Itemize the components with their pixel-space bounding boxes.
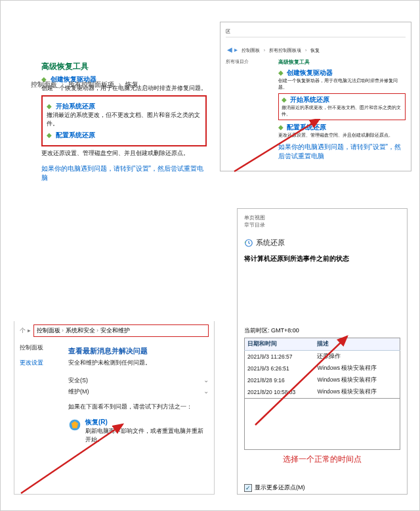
cell-date: 2021/8/28 9:16: [245, 374, 315, 386]
option-desc: 撤消最近的系统更改，但不更改文档、图片和音乐之类的文件。: [47, 111, 201, 128]
table-empty-area: [244, 399, 400, 450]
nav-arrow-icon[interactable]: ◀ ▸: [227, 46, 238, 53]
recovery-desc: 刷新电脑而不影响文件，或者重置电脑并重新开始。: [85, 427, 209, 444]
chevron-down-icon[interactable]: ⌄: [203, 388, 209, 395]
breadcrumb-item[interactable]: 恢复: [125, 81, 138, 88]
system-restore-link[interactable]: 开始系统还原: [56, 102, 95, 110]
table-header-row: 日期和时间 描述: [245, 338, 400, 351]
table-row[interactable]: 2021/8/28 9:16Windows 模块安装程序: [245, 374, 400, 386]
shield-icon: ◆: [278, 69, 284, 76]
configure-restore-link[interactable]: 配置系统还原: [56, 131, 95, 139]
cell-desc: Windows 模块安装程序: [314, 374, 400, 386]
help-text: 如果在下面看不到问题，请尝试下列方法之一：: [68, 403, 209, 411]
cell-desc: 还原操作: [314, 351, 400, 363]
cell-date: 2021/9/3 6:26:51: [245, 363, 315, 374]
system-restore-dialog: 单页视图 章节目录 系统还原 将计算机还原到所选事件之前的状态 当前时区: GM…: [237, 208, 408, 495]
highlight-box: 控制面板 › 系统和安全 › 安全和维护: [33, 324, 209, 337]
section-title: 高级恢复工具: [41, 61, 207, 72]
checkbox-icon[interactable]: ✓: [244, 484, 252, 492]
section-title: 高级恢复工具: [278, 58, 406, 66]
breadcrumb-item[interactable]: 系统和安全: [66, 327, 95, 334]
security-maintenance-panel: 个 ▸ 控制面板 › 系统和安全 › 安全和维护 控制面板 更改设置 查看最新消…: [14, 321, 215, 495]
sidebar-item[interactable]: 更改设置: [20, 359, 62, 367]
sidebar-label: 所有项目介: [226, 58, 260, 65]
highlight-box: ◆ 开始系统还原 撤消最近的系统更改，但不更改文档、图片和音乐之类的文件。: [278, 93, 406, 120]
dialog-title-row: 系统还原: [244, 238, 400, 248]
cell-desc: Windows 模块安装程序: [314, 386, 400, 399]
shield-icon: ◆: [47, 131, 52, 139]
reset-pc-link[interactable]: 如果你的电脑遇到问题，请转到"设置"，然后尝试重置电脑: [41, 165, 203, 181]
nav-back-icon[interactable]: 个 ▸: [20, 326, 31, 335]
cell-date: 2021/9/3 11:26:57: [245, 351, 315, 363]
chevron-right-icon: ›: [119, 81, 121, 88]
breadcrumb: 控制面板 › 所有控制面板项 › 恢复: [30, 78, 140, 91]
configure-restore-link[interactable]: 配置系统还原: [287, 123, 326, 131]
col-date[interactable]: 日期和时间: [245, 338, 315, 351]
status-text: 安全和维护未检测到任何问题。: [68, 359, 209, 367]
option-desc: 更改还原设置、管理磁盘空间、并且创建或删除还原点。: [278, 132, 406, 139]
sidebar-item[interactable]: 控制面板: [20, 344, 62, 352]
cell-date: 2021/8/20 10:58:03: [245, 386, 315, 399]
breadcrumb-item[interactable]: 恢复: [310, 48, 320, 53]
cell-desc: Windows 模块安装程序: [314, 363, 400, 374]
timezone-label: 当前时区: GMT+8:00: [244, 326, 400, 335]
recovery-link[interactable]: 恢复(R): [85, 418, 209, 427]
breadcrumb-item[interactable]: 所有控制面板项: [68, 81, 114, 88]
chevron-right-icon: ›: [62, 81, 64, 88]
expand-maintenance[interactable]: 维护(M): [68, 388, 89, 395]
nav-label: 章节目录: [244, 221, 400, 229]
option-desc: 撤消最近的系统更改，但不更改文档、图片和音乐之类的文件。: [282, 104, 402, 118]
dialog-subtitle: 将计算机还原到所选事件之前的状态: [244, 254, 400, 263]
breadcrumb-item[interactable]: 控制面板: [31, 81, 57, 88]
checkbox-label: 显示更多还原点(M): [255, 483, 305, 492]
breadcrumb-item[interactable]: 控制面板: [242, 48, 260, 53]
shield-icon: ◆: [282, 96, 287, 103]
create-recovery-drive-link[interactable]: 创建恢复驱动器: [287, 69, 333, 76]
breadcrumb: ◀ ▸ 控制面板 › 所有控制面板项 › 恢复: [226, 44, 406, 56]
restore-points-table[interactable]: 日期和时间 描述 2021/9/3 11:26:57还原操作2021/9/3 6…: [244, 338, 400, 399]
section-title: 查看最新消息并解决问题: [68, 346, 209, 356]
option-desc: 创建一个恢复驱动器，用于在电脑无法启动时排查并修复问题。: [278, 78, 406, 91]
expand-security[interactable]: 安全(S): [68, 377, 88, 384]
table-row[interactable]: 2021/9/3 6:26:51Windows 模块安装程序: [245, 363, 400, 374]
table-row[interactable]: 2021/8/20 10:58:03Windows 模块安装程序: [245, 386, 400, 399]
system-restore-link[interactable]: 开始系统还原: [290, 96, 329, 103]
tab-label: 区: [226, 26, 406, 37]
show-more-checkbox-row[interactable]: ✓ 显示更多还原点(M): [244, 483, 400, 492]
chevron-down-icon[interactable]: ⌄: [203, 376, 209, 384]
option-desc: 更改还原设置、管理磁盘空间、并且创建或删除还原点。: [41, 149, 207, 158]
highlight-box: ◆ 开始系统还原 撤消最近的系统更改，但不更改文档、图片和音乐之类的文件。 ◆ …: [41, 95, 207, 146]
main-content: 查看最新消息并解决问题 安全和维护未检测到任何问题。 安全(S) ⌄ 维护(M)…: [68, 337, 209, 444]
reset-pc-link[interactable]: 如果你的电脑遇到问题，请转到"设置"，然后尝试重置电脑: [278, 143, 401, 160]
shield-icon: ◆: [278, 123, 284, 131]
annotation-text: 选择一个正常的时间点: [244, 454, 400, 465]
recovery-shield-icon: [68, 418, 81, 432]
breadcrumb-item[interactable]: 控制面板: [37, 327, 60, 334]
table-row[interactable]: 2021/9/3 11:26:57还原操作: [245, 351, 400, 363]
col-desc[interactable]: 描述: [314, 338, 400, 351]
restore-icon: [244, 238, 253, 248]
dialog-title: 系统还原: [256, 238, 285, 248]
breadcrumb-item[interactable]: 安全和维护: [100, 327, 130, 334]
breadcrumb-item[interactable]: 所有控制面板项: [269, 48, 301, 53]
recovery-panel-large: 控制面板 › 所有控制面板项 › 恢复 高级恢复工具 ◆ 创建恢复驱动器 创建一…: [14, 36, 215, 178]
view-label: 单页视图: [244, 214, 400, 221]
shield-icon: ◆: [47, 102, 52, 110]
sidebar: 控制面板 更改设置: [20, 337, 62, 374]
recovery-panel-small: 区 ◀ ▸ 控制面板 › 所有控制面板项 › 恢复 所有项目介 高级恢复工具 ◆…: [220, 22, 411, 171]
